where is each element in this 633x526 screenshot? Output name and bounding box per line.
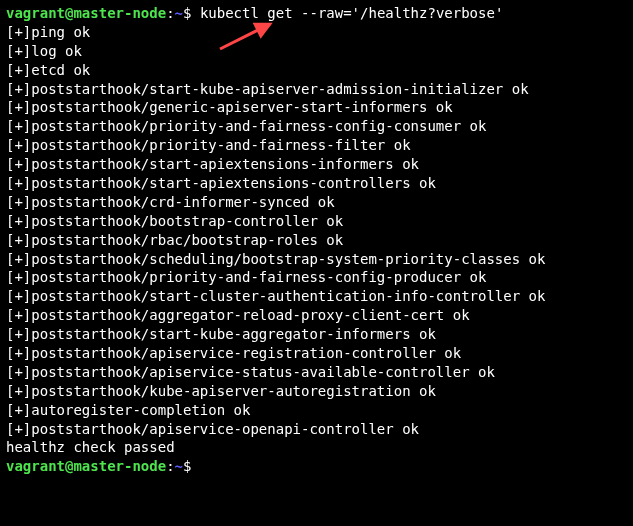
output-line: [+]poststarthook/apiservice-openapi-cont… <box>6 420 627 439</box>
output-line: [+]poststarthook/start-apiextensions-inf… <box>6 155 627 174</box>
terminal-output: vagrant@master-node:~$ kubectl get --raw… <box>6 4 627 476</box>
prompt-path: ~ <box>175 458 183 474</box>
output-line: [+]poststarthook/start-apiextensions-con… <box>6 174 627 193</box>
output-line: [+]poststarthook/generic-apiserver-start… <box>6 98 627 117</box>
output-line: [+]poststarthook/start-kube-apiserver-ad… <box>6 80 627 99</box>
prompt-path: ~ <box>175 5 183 21</box>
output-line: [+]etcd ok <box>6 61 627 80</box>
command-output: [+]ping ok[+]log ok[+]etcd ok[+]poststar… <box>6 23 627 457</box>
prompt-line-1[interactable]: vagrant@master-node:~$ kubectl get --raw… <box>6 4 627 23</box>
command-text: kubectl get --raw='/healthz?verbose' <box>200 5 503 21</box>
output-line: [+]poststarthook/kube-apiserver-autoregi… <box>6 382 627 401</box>
output-line: [+]poststarthook/aggregator-reload-proxy… <box>6 306 627 325</box>
output-line: [+]poststarthook/crd-informer-synced ok <box>6 193 627 212</box>
output-line: [+]poststarthook/rbac/bootstrap-roles ok <box>6 231 627 250</box>
output-line: healthz check passed <box>6 438 627 457</box>
output-line: [+]poststarthook/priority-and-fairness-c… <box>6 268 627 287</box>
output-line: [+]poststarthook/priority-and-fairness-c… <box>6 117 627 136</box>
output-line: [+]log ok <box>6 42 627 61</box>
output-line: [+]poststarthook/scheduling/bootstrap-sy… <box>6 250 627 269</box>
output-line: [+]ping ok <box>6 23 627 42</box>
user-host: vagrant@master-node <box>6 5 166 21</box>
user-host: vagrant@master-node <box>6 458 166 474</box>
prompt-colon: : <box>166 5 174 21</box>
output-line: [+]poststarthook/priority-and-fairness-f… <box>6 136 627 155</box>
prompt-dollar: $ <box>183 5 200 21</box>
output-line: [+]autoregister-completion ok <box>6 401 627 420</box>
prompt-line-2[interactable]: vagrant@master-node:~$ <box>6 457 627 476</box>
output-line: [+]poststarthook/start-cluster-authentic… <box>6 287 627 306</box>
output-line: [+]poststarthook/bootstrap-controller ok <box>6 212 627 231</box>
output-line: [+]poststarthook/apiservice-status-avail… <box>6 363 627 382</box>
prompt-dollar: $ <box>183 458 200 474</box>
prompt-colon: : <box>166 458 174 474</box>
output-line: [+]poststarthook/start-kube-aggregator-i… <box>6 325 627 344</box>
output-line: [+]poststarthook/apiservice-registration… <box>6 344 627 363</box>
